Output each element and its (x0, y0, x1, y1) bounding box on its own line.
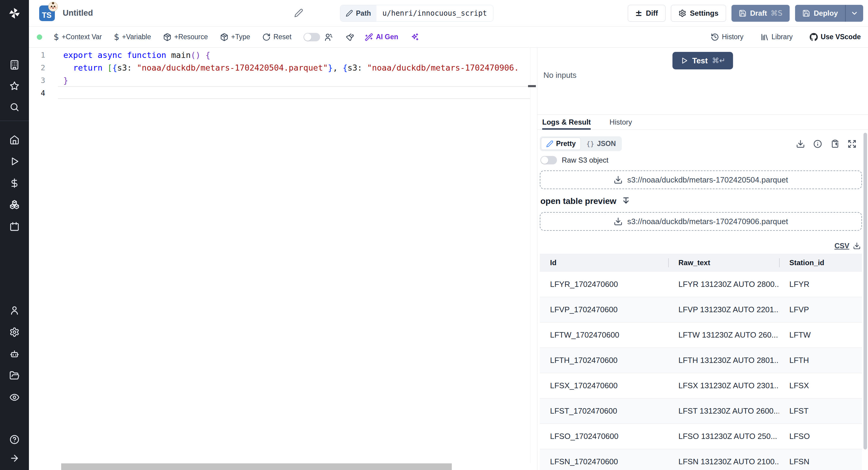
reset-button[interactable]: Reset (262, 33, 291, 41)
download-icon[interactable] (853, 242, 861, 250)
settings-gear-icon[interactable] (0, 321, 29, 343)
s3-link-text: s3://noaa/duckdb/metars-1702470906.parqu… (627, 217, 788, 226)
windmill-logo[interactable] (0, 0, 29, 27)
csv-row: CSV (540, 242, 862, 250)
folders-icon[interactable] (0, 365, 29, 386)
schedules-calendar-icon[interactable] (9, 216, 20, 237)
code-line[interactable]: } (63, 74, 530, 87)
code-line[interactable] (63, 87, 530, 99)
deploy-button[interactable]: Deploy (795, 5, 845, 22)
add-variable-button[interactable]: $ +Variable (114, 32, 151, 42)
tab-logs-and-result[interactable]: Logs & Result (542, 115, 591, 129)
save-icon (739, 9, 747, 17)
add-variable-label: +Variable (122, 33, 151, 41)
user-icon[interactable] (0, 299, 29, 321)
s3-download-button-1[interactable]: s3://noaa/duckdb/metars-1702420504.parqu… (540, 171, 862, 189)
add-resource-button[interactable]: +Resource (163, 33, 208, 41)
refresh-icon (262, 33, 271, 41)
reset-label: Reset (273, 33, 291, 41)
code-content[interactable]: export async function main() { return [{… (63, 49, 530, 99)
search-icon[interactable] (0, 96, 29, 118)
lsp-ready-dot (37, 34, 42, 40)
audit-eye-icon[interactable] (0, 386, 29, 408)
home-icon[interactable] (9, 129, 20, 150)
result-vertical-scrollbar[interactable] (864, 133, 867, 449)
pretty-toggle-button[interactable]: Pretty (541, 138, 581, 150)
diff-button[interactable]: ± Diff (628, 5, 665, 22)
pen-icon (546, 140, 553, 148)
expand-arrow-icon[interactable] (0, 449, 29, 468)
ai-sparkles-button[interactable] (410, 33, 419, 41)
code-line[interactable]: export async function main() { (63, 49, 530, 62)
column-header: Id (540, 254, 668, 272)
favorites-star-icon[interactable] (0, 76, 29, 96)
download-icon[interactable] (796, 139, 805, 148)
add-type-button[interactable]: +Type (220, 33, 250, 41)
library-icon (761, 33, 769, 41)
path-value[interactable]: u/henri/innocuous_script (376, 5, 493, 22)
runs-play-icon[interactable] (9, 150, 20, 172)
info-icon[interactable] (813, 139, 822, 148)
workspace-building-icon[interactable] (0, 54, 29, 76)
table-cell: LFVP (779, 297, 862, 322)
raw-s3-toggle[interactable] (540, 156, 557, 165)
csv-download-link[interactable]: CSV (835, 242, 849, 250)
resources-boxes-icon[interactable] (9, 194, 20, 216)
table-cell: LFYR_1702470600 (540, 272, 668, 297)
toolbar-right: History Library Use VScode (711, 33, 861, 41)
json-toggle-button[interactable]: {} JSON (581, 138, 621, 150)
rail-account-group (0, 299, 29, 408)
format-brush-button[interactable] (345, 33, 354, 41)
code-line[interactable]: return [{s3: "noaa/duckdb/metars-1702420… (63, 62, 530, 74)
toggle-knob (541, 156, 548, 164)
table-cell: LFYR 131230Z AUTO 2800... (668, 272, 779, 297)
add-resource-label: +Resource (174, 33, 208, 41)
add-context-var-label: +Context Var (62, 33, 102, 41)
variables-dollar-icon[interactable] (9, 172, 20, 194)
library-label: Library (772, 33, 793, 41)
multiplayer-toggle[interactable] (304, 33, 320, 41)
table-row: LFTH_1702470600LFTH 131230Z AUTO 2801...… (540, 348, 862, 373)
arrow-down-to-line-icon[interactable] (621, 197, 630, 206)
table-cell: LFTW (779, 322, 862, 348)
result-actions (796, 139, 862, 148)
test-shortcut: ⌘↵ (712, 56, 725, 65)
add-context-var-button[interactable]: $ +Context Var (54, 32, 102, 42)
sparkles-icon (410, 33, 419, 41)
editor-horizontal-scrollbar[interactable] (61, 463, 452, 470)
expand-icon[interactable] (847, 139, 857, 148)
settings-button[interactable]: Settings (671, 5, 726, 22)
table-cell: LFSX_1702470600 (540, 373, 668, 398)
library-button[interactable]: Library (761, 33, 793, 41)
table-body: LFYR_1702470600LFYR 131230Z AUTO 2800...… (540, 272, 862, 470)
draft-button-label: Draft (750, 9, 767, 18)
table-row: LFSX_1702470600LFSX 131230Z AUTO 2301...… (540, 373, 862, 399)
table-cell: LFSN 131230Z AUTO 2100... (668, 449, 779, 470)
deploy-dropdown-button[interactable] (846, 5, 863, 22)
clipboard-copy-icon[interactable] (830, 139, 839, 148)
help-icon[interactable] (0, 430, 29, 449)
history-button[interactable]: History (711, 33, 744, 41)
table-cell: LFST 131230Z AUTO 2600... (668, 399, 779, 423)
test-button[interactable]: Test ⌘↵ (673, 52, 733, 69)
play-icon (680, 57, 688, 64)
code-editor[interactable]: 1234 export async function main() { retu… (29, 48, 537, 470)
use-vscode-button[interactable]: Use VScode (809, 33, 861, 41)
ai-gen-button[interactable]: AI Gen (365, 33, 398, 41)
table-row: LFYR_1702470600LFYR 131230Z AUTO 2800...… (540, 272, 862, 297)
ai-gen-label: AI Gen (376, 33, 398, 41)
download-icon (614, 175, 623, 184)
dollar-icon: $ (54, 32, 59, 42)
pretty-label: Pretty (556, 140, 576, 148)
tab-history[interactable]: History (610, 115, 632, 129)
workers-robot-icon[interactable] (0, 343, 29, 365)
s3-download-button-2[interactable]: s3://noaa/duckdb/metars-1702470906.parqu… (540, 212, 862, 231)
rail-divider (0, 121, 29, 121)
table-cell: LFSX (779, 373, 862, 398)
draft-shortcut: ⌘S (771, 9, 782, 18)
path-field[interactable]: Path u/henri/innocuous_script (340, 5, 493, 22)
use-vscode-label: Use VScode (821, 33, 861, 41)
draft-button[interactable]: Draft ⌘S (732, 5, 789, 22)
json-label: JSON (597, 140, 616, 148)
edit-summary-pencil-icon[interactable] (294, 8, 303, 18)
